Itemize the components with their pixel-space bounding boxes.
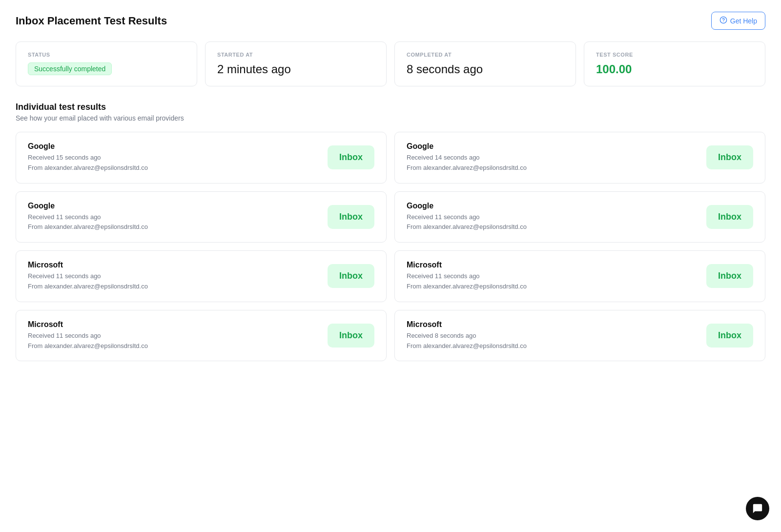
stat-card-started: STARTED AT 2 minutes ago bbox=[205, 41, 387, 86]
results-grid: Google Received 15 seconds agoFrom alexa… bbox=[16, 132, 765, 361]
result-info: Microsoft Received 11 seconds agoFrom al… bbox=[407, 261, 527, 292]
result-meta: Received 8 seconds agoFrom alexander.alv… bbox=[407, 331, 527, 351]
stat-value-started: 2 minutes ago bbox=[217, 62, 374, 76]
result-card: Microsoft Received 11 seconds agoFrom al… bbox=[16, 310, 387, 362]
result-card: Google Received 11 seconds agoFrom alexa… bbox=[16, 191, 387, 243]
result-meta: Received 14 seconds agoFrom alexander.al… bbox=[407, 153, 527, 173]
stat-label-score: TEST SCORE bbox=[596, 52, 753, 58]
result-provider: Google bbox=[407, 202, 527, 210]
stats-row: STATUS Successfully completed STARTED AT… bbox=[16, 41, 765, 86]
result-meta: Received 11 seconds agoFrom alexander.al… bbox=[28, 271, 148, 292]
result-provider: Microsoft bbox=[28, 320, 148, 329]
result-card: Google Received 11 seconds agoFrom alexa… bbox=[394, 191, 765, 243]
result-provider: Microsoft bbox=[28, 261, 148, 269]
result-provider: Google bbox=[28, 142, 148, 151]
stat-label-started: STARTED AT bbox=[217, 52, 374, 58]
get-help-button[interactable]: Get Help bbox=[711, 12, 765, 30]
help-icon bbox=[719, 16, 727, 25]
get-help-label: Get Help bbox=[730, 17, 757, 25]
individual-results-section: Individual test results See how your ema… bbox=[16, 102, 765, 361]
result-card: Google Received 14 seconds agoFrom alexa… bbox=[394, 132, 765, 184]
stat-value-completed: 8 seconds ago bbox=[407, 62, 564, 76]
stat-label-completed: COMPLETED AT bbox=[407, 52, 564, 58]
result-info: Google Received 11 seconds agoFrom alexa… bbox=[407, 202, 527, 233]
section-subtitle: See how your email placed with various e… bbox=[16, 114, 765, 122]
result-provider: Google bbox=[407, 142, 527, 151]
inbox-badge: Inbox bbox=[706, 264, 753, 288]
page-header: Inbox Placement Test Results Get Help bbox=[16, 12, 765, 30]
result-card: Microsoft Received 11 seconds agoFrom al… bbox=[394, 250, 765, 302]
result-meta: Received 11 seconds agoFrom alexander.al… bbox=[28, 331, 148, 351]
inbox-badge: Inbox bbox=[706, 324, 753, 348]
result-provider: Microsoft bbox=[407, 320, 527, 329]
section-title: Individual test results bbox=[16, 102, 765, 112]
result-card: Google Received 15 seconds agoFrom alexa… bbox=[16, 132, 387, 184]
inbox-badge: Inbox bbox=[706, 145, 753, 169]
stat-card-score: TEST SCORE 100.00 bbox=[584, 41, 765, 86]
result-meta: Received 15 seconds agoFrom alexander.al… bbox=[28, 153, 148, 173]
result-info: Google Received 14 seconds agoFrom alexa… bbox=[407, 142, 527, 173]
result-card: Microsoft Received 11 seconds agoFrom al… bbox=[16, 250, 387, 302]
result-meta: Received 11 seconds agoFrom alexander.al… bbox=[28, 212, 148, 233]
inbox-badge: Inbox bbox=[706, 205, 753, 229]
result-info: Google Received 11 seconds agoFrom alexa… bbox=[28, 202, 148, 233]
status-badge: Successfully completed bbox=[28, 62, 112, 75]
stat-value-score: 100.00 bbox=[596, 62, 753, 76]
result-info: Microsoft Received 11 seconds agoFrom al… bbox=[28, 320, 148, 351]
inbox-badge: Inbox bbox=[328, 205, 374, 229]
result-card: Microsoft Received 8 seconds agoFrom ale… bbox=[394, 310, 765, 362]
stat-card-status: STATUS Successfully completed bbox=[16, 41, 197, 86]
result-info: Microsoft Received 11 seconds agoFrom al… bbox=[28, 261, 148, 292]
result-meta: Received 11 seconds agoFrom alexander.al… bbox=[407, 271, 527, 292]
result-info: Microsoft Received 8 seconds agoFrom ale… bbox=[407, 320, 527, 351]
result-provider: Microsoft bbox=[407, 261, 527, 269]
inbox-badge: Inbox bbox=[328, 324, 374, 348]
page-title: Inbox Placement Test Results bbox=[16, 15, 167, 27]
result-meta: Received 11 seconds agoFrom alexander.al… bbox=[407, 212, 527, 233]
stat-label-status: STATUS bbox=[28, 52, 185, 58]
inbox-badge: Inbox bbox=[328, 264, 374, 288]
result-info: Google Received 15 seconds agoFrom alexa… bbox=[28, 142, 148, 173]
result-provider: Google bbox=[28, 202, 148, 210]
inbox-badge: Inbox bbox=[328, 145, 374, 169]
stat-card-completed: COMPLETED AT 8 seconds ago bbox=[394, 41, 576, 86]
